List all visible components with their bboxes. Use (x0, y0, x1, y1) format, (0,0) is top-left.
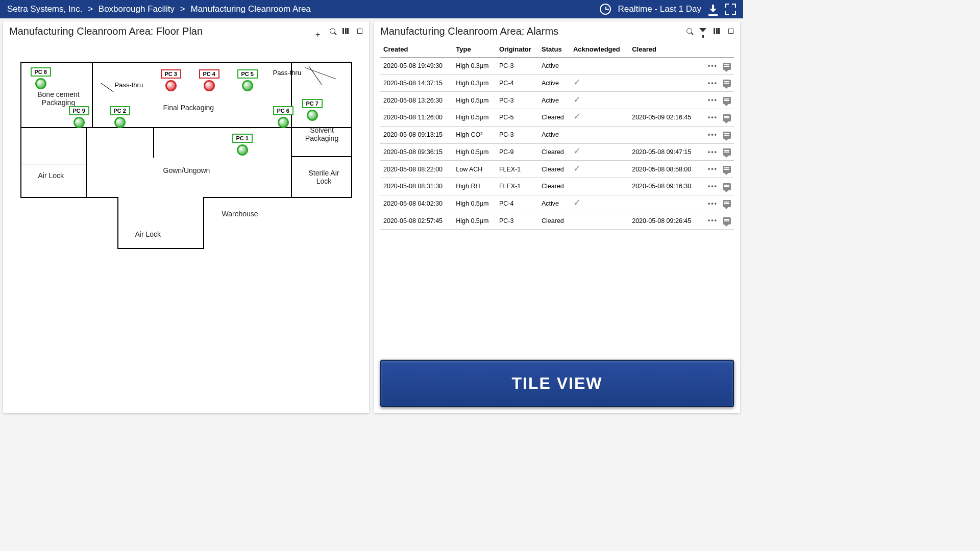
search-icon[interactable] (687, 28, 692, 34)
check-icon: ✓ (573, 94, 581, 105)
table-row[interactable]: 2020-05-08 08:22:00Low ACHFLEX-1Cleared✓… (380, 161, 734, 178)
room-label: Sterile Air Lock (304, 169, 345, 185)
more-icon[interactable]: ••• (708, 96, 718, 104)
floorplan[interactable]: Bone cement Packaging Final Packaging So… (9, 62, 363, 407)
tile-view-button[interactable]: TILE VIEW (380, 360, 734, 407)
room-label: Air Lock (38, 171, 64, 180)
time-range-label[interactable]: Realtime - Last 1 Day (618, 4, 701, 14)
room-label: Final Packaging (163, 104, 214, 112)
column-header[interactable]: Type (453, 41, 496, 58)
sensor-pc6[interactable]: PC 6 (273, 106, 293, 128)
breadcrumb-item[interactable]: Setra Systems, Inc. (7, 4, 82, 14)
alarms-panel: Manufacturing Cleanroom Area: Alarms Cre… (374, 21, 740, 413)
table-row[interactable]: 2020-05-08 09:36:15High 0.5µmPC-9Cleared… (380, 143, 734, 161)
sensor-pc2[interactable]: PC 2 (110, 106, 130, 128)
table-row[interactable]: 2020-05-08 02:57:45High 0.5µmPC-3Cleared… (380, 212, 734, 230)
comment-icon[interactable] (723, 132, 731, 139)
check-icon: ✓ (573, 197, 581, 208)
expand-icon[interactable] (357, 28, 363, 34)
comment-icon[interactable] (723, 217, 731, 224)
panel-title: Manufacturing Cleanroom Area: Floor Plan (9, 26, 315, 37)
more-icon[interactable]: ••• (708, 148, 718, 156)
room-label: Warehouse (222, 210, 258, 218)
comment-icon[interactable] (723, 97, 731, 104)
expand-icon[interactable] (728, 28, 734, 34)
sensor-pc1[interactable]: PC 1 (232, 133, 253, 156)
sensor-pc7[interactable]: PC 7 (302, 98, 323, 121)
more-icon[interactable]: ••• (708, 183, 718, 190)
column-header[interactable]: Originator (496, 41, 538, 58)
floorplan-panel: Manufacturing Cleanroom Area: Floor Plan (3, 21, 369, 413)
comment-icon[interactable] (723, 200, 731, 207)
more-icon[interactable]: ••• (708, 114, 718, 121)
columns-icon[interactable] (714, 28, 721, 35)
column-header[interactable]: Cleared (629, 41, 701, 58)
alarms-table: CreatedTypeOriginatorStatusAcknowledgedC… (380, 41, 734, 230)
passthru-label: Pass-thru (115, 81, 143, 89)
table-row[interactable]: 2020-05-08 09:13:15High CO²PC-3Active••• (380, 126, 734, 143)
panel-title: Manufacturing Cleanroom Area: Alarms (380, 26, 687, 37)
room-label: Bone cement Packaging (31, 90, 87, 107)
room-label: Air Lock (135, 230, 161, 238)
sensor-pc5[interactable]: PC 5 (237, 69, 258, 91)
table-row[interactable]: 2020-05-08 11:26:00High 0.5µmPC-5Cleared… (380, 109, 734, 127)
check-icon: ✓ (573, 163, 581, 173)
fullscreen-exit-icon[interactable] (725, 4, 736, 15)
column-header[interactable]: Status (538, 41, 570, 58)
sensor-pc4[interactable]: PC 4 (199, 69, 219, 91)
sensor-pc9[interactable]: PC 9 (69, 106, 89, 128)
clock-icon[interactable] (600, 4, 611, 15)
room-label: Solvent Packaging (299, 126, 345, 142)
add-icon[interactable] (315, 28, 323, 35)
room-label: Gown/Ungown (163, 166, 210, 174)
more-icon[interactable]: ••• (708, 131, 718, 138)
passthru-label: Pass-thru (273, 69, 302, 77)
column-header[interactable]: Acknowledged (570, 41, 629, 58)
more-icon[interactable]: ••• (708, 80, 718, 87)
columns-icon[interactable] (342, 28, 350, 35)
top-bar: Setra Systems, Inc. > Boxborough Facilit… (0, 0, 743, 18)
search-icon[interactable] (330, 28, 335, 34)
table-row[interactable]: 2020-05-08 08:31:30High RHFLEX-1Cleared2… (380, 178, 734, 195)
check-icon: ✓ (573, 146, 581, 156)
breadcrumb[interactable]: Setra Systems, Inc. > Boxborough Facilit… (7, 4, 600, 14)
breadcrumb-item[interactable]: Manufacturing Cleanroom Area (191, 4, 311, 14)
column-header[interactable]: Created (380, 41, 453, 58)
comment-icon[interactable] (723, 166, 731, 173)
filter-icon[interactable] (699, 28, 706, 32)
check-icon: ✓ (573, 111, 581, 121)
more-icon[interactable]: ••• (708, 217, 718, 224)
comment-icon[interactable] (723, 183, 731, 190)
more-icon[interactable]: ••• (708, 62, 718, 69)
comment-icon[interactable] (723, 114, 731, 121)
comment-icon[interactable] (723, 63, 731, 70)
more-icon[interactable]: ••• (708, 200, 718, 207)
breadcrumb-item[interactable]: Boxborough Facility (99, 4, 175, 14)
more-icon[interactable]: ••• (708, 165, 718, 172)
download-icon[interactable] (708, 5, 718, 14)
sensor-pc8[interactable]: PC 8 (31, 67, 51, 89)
comment-icon[interactable] (723, 80, 731, 87)
table-row[interactable]: 2020-05-08 13:26:30High 0.5µmPC-3Active✓… (380, 92, 734, 109)
table-row[interactable]: 2020-05-08 19:49:30High 0.3µmPC-3Active•… (380, 58, 734, 75)
table-row[interactable]: 2020-05-08 14:37:15High 0.3µmPC-4Active✓… (380, 74, 734, 92)
comment-icon[interactable] (723, 148, 731, 156)
sensor-pc3[interactable]: PC 3 (161, 69, 181, 91)
check-icon: ✓ (573, 77, 581, 87)
table-row[interactable]: 2020-05-08 04:02:30High 0.5µmPC-4Active✓… (380, 195, 734, 212)
